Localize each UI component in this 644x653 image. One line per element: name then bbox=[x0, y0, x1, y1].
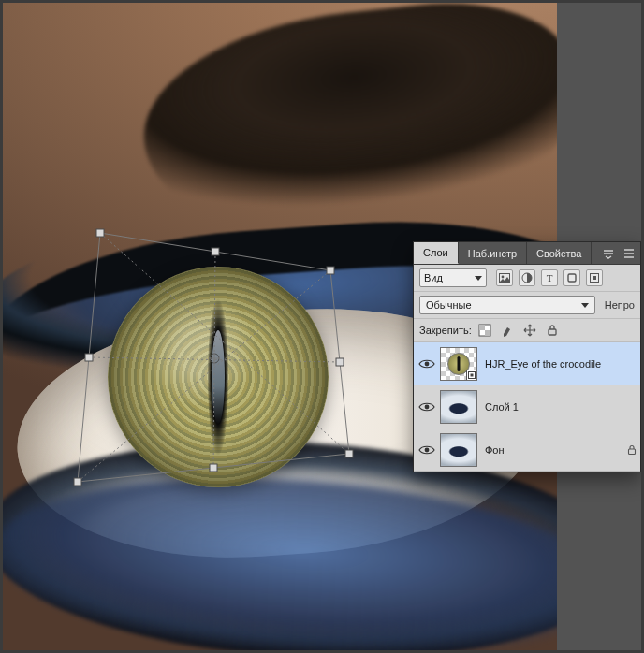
layer-thumbnail[interactable] bbox=[440, 390, 477, 424]
panel-menu-icon[interactable] bbox=[620, 244, 638, 263]
smartobject-badge-icon bbox=[466, 370, 477, 381]
visibility-toggle[interactable] bbox=[414, 444, 440, 456]
layer-row[interactable]: HJR_Eye of the crocodile bbox=[414, 342, 640, 385]
opacity-label: Непро bbox=[601, 299, 635, 311]
smartobject-filter-icon[interactable] bbox=[586, 269, 603, 286]
image-filter-icon[interactable] bbox=[496, 269, 513, 286]
panel-tabs: Слои Наб.инстр Свойства bbox=[414, 242, 640, 265]
svg-rect-32 bbox=[629, 449, 636, 455]
visibility-icon bbox=[418, 444, 435, 456]
visibility-icon bbox=[418, 401, 435, 413]
smartobject-iris[interactable] bbox=[108, 267, 329, 487]
kind-select-label: Вид bbox=[424, 272, 443, 283]
panel-collapse-icon[interactable] bbox=[599, 244, 618, 263]
tab-layers-label: Слои bbox=[423, 247, 448, 258]
visibility-toggle[interactable] bbox=[414, 401, 440, 413]
visibility-toggle[interactable] bbox=[414, 358, 440, 370]
layer-row[interactable]: Слой 1 bbox=[414, 385, 640, 428]
text-filter-icon[interactable]: T bbox=[541, 269, 558, 286]
svg-point-31 bbox=[425, 447, 430, 452]
layer-name[interactable]: Фон bbox=[485, 444, 623, 456]
svg-point-17 bbox=[502, 276, 505, 279]
adjustment-filter-icon[interactable] bbox=[519, 269, 535, 286]
svg-rect-26 bbox=[549, 329, 556, 335]
layers-list: HJR_Eye of the crocodile Слой 1 Фон bbox=[414, 342, 640, 472]
kind-select[interactable]: Вид bbox=[419, 268, 487, 287]
chevron-down-icon bbox=[581, 303, 589, 308]
layer-thumbnail[interactable] bbox=[440, 433, 477, 467]
svg-rect-29 bbox=[471, 373, 474, 376]
tab-properties-label: Свойства bbox=[536, 248, 581, 259]
svg-rect-24 bbox=[479, 325, 485, 330]
visibility-icon bbox=[418, 358, 435, 370]
layer-name[interactable]: HJR_Eye of the crocodile bbox=[485, 358, 640, 370]
svg-rect-25 bbox=[485, 330, 490, 336]
svg-rect-22 bbox=[593, 276, 596, 280]
iris-highlight bbox=[212, 330, 225, 424]
lock-icon bbox=[623, 444, 640, 456]
kind-filter-row: Вид T bbox=[414, 265, 640, 292]
lock-all-icon[interactable] bbox=[545, 323, 560, 338]
tab-presets[interactable]: Наб.инстр bbox=[459, 242, 527, 264]
svg-point-27 bbox=[425, 361, 430, 366]
lock-row-label: Закрепить: bbox=[419, 325, 472, 336]
layer-name[interactable]: Слой 1 bbox=[485, 401, 640, 413]
tab-properties[interactable]: Свойства bbox=[527, 242, 592, 264]
layers-panel: Слои Наб.инстр Свойства Вид T bbox=[413, 241, 641, 472]
svg-rect-20 bbox=[568, 274, 576, 282]
app-stage: Слои Наб.инстр Свойства Вид T bbox=[0, 0, 644, 653]
blend-mode-label: Обычные bbox=[426, 299, 472, 311]
chevron-down-icon bbox=[475, 276, 482, 281]
blend-mode-select[interactable]: Обычные bbox=[419, 296, 595, 314]
lock-paint-icon[interactable] bbox=[500, 323, 515, 338]
lock-position-icon[interactable] bbox=[522, 323, 537, 338]
shape-filter-icon[interactable] bbox=[564, 269, 580, 286]
svg-point-30 bbox=[425, 404, 430, 409]
blend-row: Обычные Непро bbox=[414, 292, 640, 319]
lock-transparent-icon[interactable] bbox=[477, 323, 492, 338]
tab-presets-label: Наб.инстр bbox=[468, 248, 517, 259]
lock-row: Закрепить: bbox=[414, 319, 640, 342]
svg-text:T: T bbox=[547, 272, 553, 283]
layer-row[interactable]: Фон bbox=[414, 428, 640, 472]
layer-thumbnail[interactable] bbox=[440, 347, 477, 381]
tab-layers[interactable]: Слои bbox=[414, 242, 459, 264]
